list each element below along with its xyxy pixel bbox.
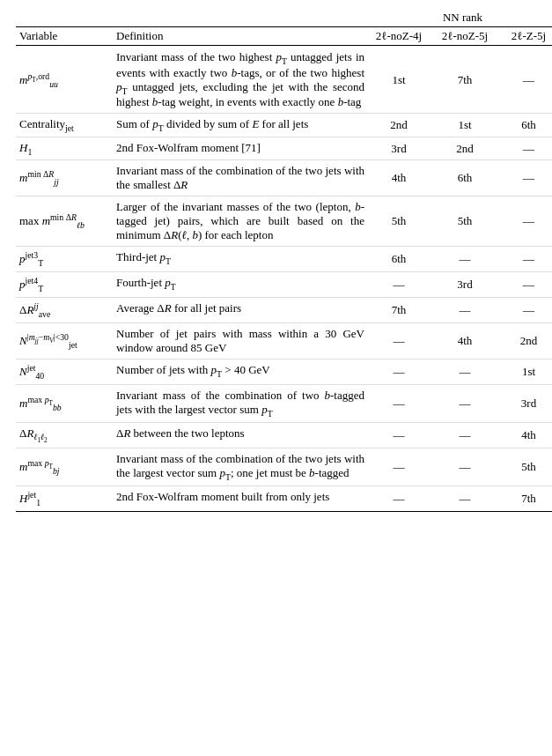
def-cell: Invariant mass of the combination of the…	[113, 160, 368, 196]
def-cell: 2nd Fox-Wolfram moment [71]	[113, 137, 368, 160]
var-cell: ΔRjjave	[16, 298, 113, 323]
rank-nn1: —	[368, 422, 430, 448]
rank-nn3: 1st	[500, 359, 552, 385]
var-cell: N|mjj−mV|<30jet	[16, 323, 113, 359]
table-row: Njet40Number of jets with pT > 40 GeV——1…	[16, 359, 552, 385]
rank-nn2: 5th	[430, 196, 500, 247]
var-cell: mmax pTbb	[16, 385, 113, 423]
rank-nn2: 2nd	[430, 137, 500, 160]
rank-nn2: —	[430, 485, 500, 511]
var-cell: mpT,orduu	[16, 46, 113, 114]
header-var-empty	[16, 9, 113, 27]
rank-nn1: 6th	[368, 247, 430, 272]
rank-nn3: —	[500, 137, 552, 160]
table-row: max mmin ΔRℓbLarger of the invariant mas…	[16, 196, 552, 247]
def-cell: Average ΔR for all jet pairs	[113, 298, 368, 323]
def-cell: Sum of pT divided by sum of E for all je…	[113, 114, 368, 137]
rank-nn1: 3rd	[368, 137, 430, 160]
rank-nn3: —	[500, 196, 552, 247]
var-cell: pjet3T	[16, 247, 113, 272]
rank-nn2: 6th	[430, 160, 500, 196]
rank-nn1: 5th	[368, 196, 430, 247]
rank-nn1: —	[368, 485, 430, 511]
header-top-row: NN rank	[16, 9, 552, 27]
table-row: N|mjj−mV|<30jetNumber of jet pairs with …	[16, 323, 552, 359]
table-row: H12nd Fox-Wolfram moment [71]3rd2nd—	[16, 137, 552, 160]
rank-nn1: 4th	[368, 160, 430, 196]
def-cell: Fourth-jet pT	[113, 272, 368, 298]
rank-nn2: —	[430, 448, 500, 486]
rank-nn3: 6th	[500, 114, 552, 137]
rank-nn3: —	[500, 272, 552, 298]
rank-nn3: —	[500, 298, 552, 323]
rank-nn3: 7th	[500, 485, 552, 511]
table-row: mmin ΔRjjInvariant mass of the combinati…	[16, 160, 552, 196]
rank-nn2: —	[430, 422, 500, 448]
var-cell: ΔRℓ1ℓ2	[16, 422, 113, 448]
rank-nn2: —	[430, 298, 500, 323]
table-row: ΔRjjaveAverage ΔR for all jet pairs7th——	[16, 298, 552, 323]
var-cell: Centralityjet	[16, 114, 113, 137]
header-nn3: 2ℓ-Z-5j	[500, 27, 552, 46]
var-cell: mmin ΔRjj	[16, 160, 113, 196]
def-cell: Number of jet pairs with mass within a 3…	[113, 323, 368, 359]
var-cell: pjet4T	[16, 272, 113, 298]
def-cell: ΔR between the two leptons	[113, 422, 368, 448]
table-row: pjet3TThird-jet pT6th——	[16, 247, 552, 272]
rank-nn1: —	[368, 323, 430, 359]
rank-nn3: —	[500, 46, 552, 114]
table-row: CentralityjetSum of pT divided by sum of…	[16, 114, 552, 137]
var-cell: max mmin ΔRℓb	[16, 196, 113, 247]
rank-nn3: —	[500, 247, 552, 272]
rank-nn2: 3rd	[430, 272, 500, 298]
def-cell: Invariant mass of the combination of two…	[113, 385, 368, 423]
table-row: ΔRℓ1ℓ2ΔR between the two leptons——4th	[16, 422, 552, 448]
rank-nn3: —	[500, 160, 552, 196]
header-definition: Definition	[113, 27, 368, 46]
header-nn1: 2ℓ-noZ-4j	[368, 27, 430, 46]
rank-nn1: —	[368, 272, 430, 298]
def-cell: Invariant mass of the combination of the…	[113, 448, 368, 486]
table-row: pjet4TFourth-jet pT—3rd—	[16, 272, 552, 298]
header-nn2: 2ℓ-noZ-5j	[430, 27, 500, 46]
rank-nn3: 2nd	[500, 323, 552, 359]
table-row: mpT,orduuInvariant mass of the two highe…	[16, 46, 552, 114]
def-cell: Number of jets with pT > 40 GeV	[113, 359, 368, 385]
rank-nn2: 4th	[430, 323, 500, 359]
header-col-row: Variable Definition 2ℓ-noZ-4j 2ℓ-noZ-5j …	[16, 27, 552, 46]
rank-nn1: 1st	[368, 46, 430, 114]
var-cell: mmax pTbj	[16, 448, 113, 486]
rank-nn1: —	[368, 448, 430, 486]
rank-nn3: 5th	[500, 448, 552, 486]
header-def-empty	[113, 9, 368, 27]
var-cell: H1	[16, 137, 113, 160]
rank-nn2: —	[430, 359, 500, 385]
def-cell: 2nd Fox-Wolfram moment built from only j…	[113, 485, 368, 511]
def-cell: Invariant mass of the two highest pT unt…	[113, 46, 368, 114]
table-row: mmax pTbbInvariant mass of the combinati…	[16, 385, 552, 423]
rank-nn1: —	[368, 385, 430, 423]
rank-nn1: 7th	[368, 298, 430, 323]
rank-nn3: 4th	[500, 422, 552, 448]
rank-nn2: —	[430, 385, 500, 423]
var-cell: Hjet1	[16, 485, 113, 511]
def-cell: Larger of the invariant masses of the tw…	[113, 196, 368, 247]
rank-nn2: —	[430, 247, 500, 272]
table-row: Hjet12nd Fox-Wolfram moment built from o…	[16, 485, 552, 511]
def-cell: Third-jet pT	[113, 247, 368, 272]
rank-nn2: 7th	[430, 46, 500, 114]
table-row: mmax pTbjInvariant mass of the combinati…	[16, 448, 552, 486]
rank-nn1: —	[368, 359, 430, 385]
header-nn-rank: NN rank	[368, 9, 552, 27]
rank-nn2: 1st	[430, 114, 500, 137]
rank-nn1: 2nd	[368, 114, 430, 137]
var-cell: Njet40	[16, 359, 113, 385]
header-variable: Variable	[16, 27, 113, 46]
rank-nn3: 3rd	[500, 385, 552, 423]
